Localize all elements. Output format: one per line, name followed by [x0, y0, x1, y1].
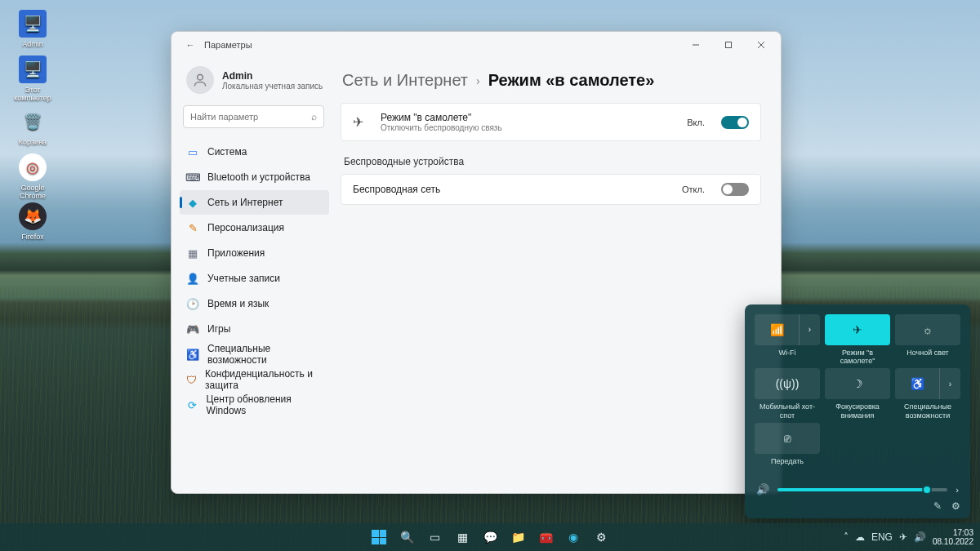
tray-lang[interactable]: ENG [871, 531, 893, 543]
nav-icon: 🎮 [186, 322, 199, 335]
airplane-icon: ✈ [353, 114, 369, 130]
chevron-right-icon[interactable]: › [939, 368, 960, 399]
nav-icon: ◆ [186, 196, 199, 209]
desktop-icon-recycle-bin[interactable]: 🗑️ Корзина [11, 108, 54, 146]
nav-item-10[interactable]: ⟳Центр обновления Windows [180, 393, 329, 417]
airplane-toggle[interactable] [721, 116, 749, 129]
taskbar-store[interactable]: 🧰 [535, 527, 556, 548]
volume-slider[interactable] [777, 488, 947, 491]
breadcrumb-current: Режим «в самолете» [488, 71, 655, 90]
start-button[interactable] [368, 527, 390, 548]
breadcrumb: Сеть и Интернет › Режим «в самолете» [342, 71, 761, 90]
breadcrumb-parent[interactable]: Сеть и Интернет [342, 71, 468, 90]
tray-clock[interactable]: 17:03 08.10.2022 [933, 528, 973, 546]
wifi-title: Беспроводная сеть [353, 184, 670, 195]
avatar-icon [186, 66, 214, 94]
quick-tile-5[interactable]: ♿› [895, 368, 960, 399]
nav-item-0[interactable]: ▭Система [180, 140, 329, 164]
desktop-icon-chrome[interactable]: ◎ Google Chrome [11, 153, 54, 200]
quick-label-3: Мобильный хот-спот [755, 401, 820, 420]
nav-item-9[interactable]: 🛡Конфиденциальность и защита [180, 367, 329, 392]
quick-label-1: Режим "в самолете" [825, 347, 890, 366]
close-button[interactable] [745, 32, 777, 58]
quick-settings-panel: 📶›✈☼ Wi-FiРежим "в самолете"Ночной свет … [745, 304, 970, 518]
cast-icon: ⎚ [784, 432, 791, 445]
monitor-icon: 🖥️ [19, 10, 47, 38]
nav-item-1[interactable]: ⌨Bluetooth и устройства [180, 165, 329, 189]
firefox-icon: 🦊 [19, 202, 47, 230]
taskbar: 🔍 ▭ ▦ 💬 📁 🧰 ◉ ⚙ ˄ ☁ ENG ✈ 🔊 17:03 08.10.… [0, 523, 980, 551]
wifi-card[interactable]: Беспроводная сеть Откл. [341, 174, 761, 205]
volume-chevron-icon[interactable]: › [956, 485, 959, 495]
nav-icon: ✎ [186, 221, 199, 234]
quick-label-cast: Передать [755, 455, 820, 472]
svg-rect-1 [726, 42, 732, 48]
airplane-mode-card[interactable]: ✈ Режим "в самолете" Отключить беспровод… [341, 103, 761, 141]
tray-chevron-icon[interactable]: ˄ [844, 531, 849, 543]
airplane-title: Режим "в самолете" [381, 112, 675, 123]
nav-item-8[interactable]: ♿Специальные возможности [180, 342, 329, 367]
search-box[interactable]: ⌕ [183, 105, 324, 128]
quick-label-5: Специальные возможности [895, 401, 960, 420]
nav-item-4[interactable]: ▦Приложения [180, 241, 329, 265]
user-block[interactable]: Admin Локальная учетная запись [180, 63, 329, 104]
titlebar[interactable]: ← Параметры [172, 32, 781, 58]
taskbar-widgets[interactable]: ▦ [452, 527, 473, 548]
taskbar-edge[interactable]: ◉ [563, 527, 584, 548]
volume-icon: 🔊 [756, 483, 769, 495]
quick-tile-1[interactable]: ✈ [825, 314, 890, 345]
nav-item-7[interactable]: 🎮Игры [180, 317, 329, 341]
search-input[interactable] [190, 112, 311, 122]
tray-airplane-icon[interactable]: ✈ [899, 531, 907, 543]
airplane-state: Вкл. [687, 118, 705, 127]
section-heading: Беспроводные устройства [344, 156, 761, 167]
quick-tile-cast[interactable]: ⎚ [755, 423, 820, 454]
task-view[interactable]: ▭ [424, 527, 445, 548]
quick-label-0: Wi-Fi [755, 347, 820, 366]
maximize-button[interactable] [712, 32, 745, 58]
wifi-state: Откл. [682, 184, 705, 194]
quick-tile-3[interactable]: ((ψ)) [755, 368, 820, 399]
taskbar-search[interactable]: 🔍 [396, 527, 417, 548]
chevron-right-icon: › [476, 74, 480, 87]
wifi-toggle[interactable] [721, 183, 749, 196]
desktop-icon-firefox[interactable]: 🦊 Firefox [11, 202, 54, 241]
content-pane: Сеть и Интернет › Режим «в самолете» ✈ Р… [334, 58, 781, 493]
monitor-icon: 🖥️ [19, 56, 47, 83]
nav-pane: Admin Локальная учетная запись ⌕ ▭Систем… [172, 58, 334, 493]
nav-item-5[interactable]: 👤Учетные записи [180, 266, 329, 291]
chevron-right-icon[interactable]: › [799, 314, 820, 345]
nav-icon: ⌨ [186, 171, 199, 184]
nav-icon: ♿ [186, 348, 199, 361]
taskbar-explorer[interactable]: 📁 [507, 527, 528, 548]
desktop-icon-admin[interactable]: 🖥️ Admin [11, 10, 54, 48]
airplane-sub: Отключить беспроводную связь [381, 123, 675, 132]
minimize-button[interactable] [679, 32, 712, 58]
quick-tile-4[interactable]: ☽ [825, 368, 890, 399]
bin-icon: 🗑️ [19, 108, 47, 136]
edit-quick-icon[interactable]: ✎ [933, 500, 942, 512]
quick-label-4: Фокусировка внимания [825, 401, 890, 420]
nav-item-3[interactable]: ✎Персонализация [180, 216, 329, 240]
settings-gear-icon[interactable]: ⚙ [951, 500, 960, 512]
quick-label-2: Ночной свет [895, 347, 960, 366]
taskbar-chat[interactable]: 💬 [479, 527, 501, 548]
quick-tile-0[interactable]: 📶› [755, 314, 820, 345]
nav-icon: ▦ [186, 247, 199, 260]
nav-icon: 🕑 [186, 297, 199, 310]
window-title: Параметры [204, 40, 252, 50]
nav-icon: 👤 [186, 272, 199, 285]
taskbar-settings[interactable]: ⚙ [590, 527, 612, 548]
desktop-icon-this-pc[interactable]: 🖥️ Этот компьютер [11, 56, 54, 102]
tray-volume-icon[interactable]: 🔊 [914, 531, 926, 543]
settings-window: ← Параметры Admin Локальная учетная запи… [171, 31, 782, 494]
user-name: Admin [222, 70, 323, 82]
nav-item-6[interactable]: 🕑Время и язык [180, 291, 329, 316]
search-icon: ⌕ [311, 111, 317, 122]
quick-tile-2[interactable]: ☼ [895, 314, 960, 345]
back-button[interactable]: ← [183, 40, 198, 50]
svg-point-4 [198, 74, 203, 80]
nav-item-2[interactable]: ◆Сеть и Интернет [180, 190, 329, 215]
tray-onedrive-icon[interactable]: ☁ [855, 531, 865, 543]
nav-icon: ⟳ [186, 398, 198, 411]
